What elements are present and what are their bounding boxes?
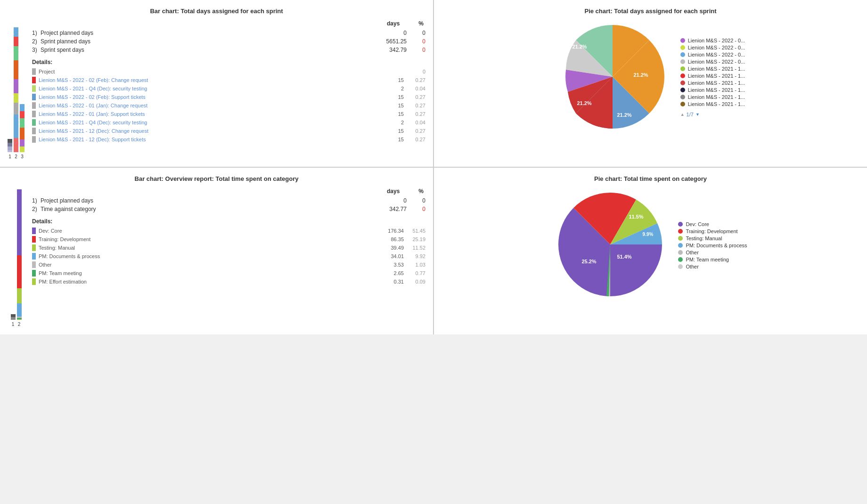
pie2-label-red: 25.2% [582, 259, 597, 264]
detail2-color-1 [32, 236, 36, 243]
legend2-label-6: Other [686, 264, 699, 269]
detail2-pct-1: 25.19 [407, 236, 425, 242]
bar2-col-1 [11, 188, 16, 320]
legend-dot-7 [680, 88, 685, 92]
metric2-days-2: 342.77 [378, 206, 407, 212]
pie-1-svg: 21.2% 21.2% 21.2% 21.2% [556, 20, 669, 133]
legend2-label-4: Other [686, 250, 699, 255]
detail2-name-6: PM: Effort estimation [39, 279, 377, 285]
legend2-label-3: PM: Documents & process [686, 243, 747, 248]
page-next-arrow[interactable]: ▼ [695, 112, 700, 117]
metric2-label-1: Project planned days [41, 197, 378, 204]
detail-row-5: Lienion M&S - 2022 - 01 (Jan): Support t… [32, 110, 425, 118]
detail2-days-6: 0.31 [380, 279, 404, 285]
legend-label-9: Lienion M&S - 2021 - 1... [688, 101, 745, 107]
pie-1-svg-wrapper: 21.2% 21.2% 21.2% 21.2% [556, 20, 669, 135]
detail-color-4 [32, 102, 36, 109]
detail2-row-3: PM: Documents & process 34.01 9.92 [32, 252, 425, 260]
bar-chart-2-panel: Bar chart: Overview report: Total time s… [0, 168, 433, 334]
detail2-color-4 [32, 261, 36, 268]
metric2-num-2: 2) [32, 206, 41, 212]
detail2-pct-5: 0.77 [407, 270, 425, 276]
legend2-label-0: Dev: Core [686, 221, 709, 227]
days-header-2: days [387, 188, 400, 195]
legend-label-3: Lienion M&S - 2022 - 0... [688, 59, 745, 65]
legend-label-0: Lienion M&S - 2022 - 0... [688, 38, 745, 43]
detail-days-4: 15 [380, 103, 404, 108]
bar-col-1 [8, 20, 12, 152]
legend2-dot-1 [678, 229, 683, 234]
detail-name-7[interactable]: Lienion M&S - 2021 - 12 (Dec): Change re… [39, 128, 377, 134]
detail2-row-1: Training: Development 86.35 25.19 [32, 235, 425, 244]
detail2-row-6: PM: Effort estimation 0.31 0.09 [32, 277, 425, 286]
detail-name-8[interactable]: Lienion M&S - 2021 - 12 (Dec): Support t… [39, 137, 377, 142]
detail-name-2[interactable]: Lienion M&S - 2021 - Q4 (Dec): security … [39, 86, 377, 91]
detail-color-1 [32, 77, 36, 83]
detail-pct-8: 0.27 [407, 137, 425, 142]
pie-2-svg: 51.4% 25.2% 11.5% 9.9% [554, 188, 667, 301]
bar-chart-1-area: 1 2 3 days % 1) Project planned days 0 0 [8, 20, 425, 159]
detail-name-3[interactable]: Lienion M&S - 2022 - 02 (Feb): Support t… [39, 94, 377, 100]
detail2-days-3: 34.01 [380, 253, 404, 259]
legend-label-5: Lienion M&S - 2021 - 1... [688, 73, 745, 79]
detail2-pct-3: 9.92 [407, 253, 425, 259]
metric2-label-2: Time against category [41, 206, 378, 212]
legend-label-8: Lienion M&S - 2021 - 1... [688, 94, 745, 100]
details-label-1: Details: [32, 59, 425, 65]
detail2-name-0: Dev: Core [39, 228, 377, 234]
legend-label-6: Lienion M&S - 2021 - 1... [688, 80, 745, 86]
detail-days-6: 2 [380, 120, 404, 125]
legend-dot-4 [680, 66, 685, 71]
detail2-name-3: PM: Documents & process [39, 253, 377, 259]
pie-1-legend-container: Lienion M&S - 2022 - 0... Lienion M&S - … [680, 38, 745, 117]
pie-chart-1-area: 21.2% 21.2% 21.2% 21.2% Lienion M&S - 20… [442, 20, 859, 135]
metric-num-2: 2) [32, 38, 41, 45]
legend2-item-2: Testing: Manual [678, 236, 747, 241]
pie-label-orange: 21.2% [633, 72, 648, 78]
detail-pct-0: 0 [407, 69, 425, 74]
bar-chart-1-panel: Bar chart: Total days assigned for each … [0, 0, 433, 167]
pie-chart-1-panel: Pie chart: Total days assigned for each … [434, 0, 867, 167]
detail-name-1[interactable]: Lienion M&S - 2022 - 02 (Feb): Change re… [39, 77, 377, 83]
pie2-label-devcore: 51.4% [617, 254, 632, 260]
legend-label-2: Lienion M&S - 2022 - 0... [688, 52, 745, 57]
metric-label-2: Sprint planned days [41, 38, 378, 45]
metric-num-3: 3) [32, 47, 41, 53]
detail-pct-1: 0.27 [407, 77, 425, 83]
detail2-color-0 [32, 228, 36, 234]
detail-pct-3: 0.27 [407, 94, 425, 100]
legend-item-9: Lienion M&S - 2021 - 1... [680, 101, 745, 107]
bar-columns [8, 20, 25, 152]
legend2-dot-0 [678, 222, 683, 227]
bar2-col-2 [17, 188, 22, 320]
data-header-1: days % [32, 20, 425, 27]
detail2-name-5: PM: Team meeting [39, 270, 377, 276]
page-prev-arrow[interactable]: ▲ [680, 112, 685, 117]
detail-color-0 [32, 68, 36, 75]
legend-item-6: Lienion M&S - 2021 - 1... [680, 80, 745, 86]
detail2-days-0: 176.34 [380, 228, 404, 234]
detail-name-6[interactable]: Lienion M&S - 2021 - Q4 (Dec): security … [39, 120, 377, 125]
detail2-pct-0: 51.45 [407, 228, 425, 234]
detail2-pct-4: 1.03 [407, 262, 425, 268]
detail-days-8: 15 [380, 137, 404, 142]
legend-dot-9 [680, 102, 685, 106]
bar-chart-2-data: days % 1) Project planned days 0 0 2) Ti… [32, 188, 425, 327]
detail-days-1: 15 [380, 77, 404, 83]
detail2-days-4: 3.53 [380, 262, 404, 268]
detail2-row-2: Testing: Manual 39.49 11.52 [32, 244, 425, 252]
legend2-dot-6 [678, 264, 683, 269]
detail-pct-5: 0.27 [407, 111, 425, 117]
detail-color-3 [32, 94, 36, 100]
detail-name-5[interactable]: Lienion M&S - 2022 - 01 (Jan): Support t… [39, 111, 377, 117]
detail-name-4[interactable]: Lienion M&S - 2022 - 01 (Jan): Change re… [39, 103, 377, 108]
legend2-dot-5 [678, 257, 683, 262]
legend-item-1: Lienion M&S - 2022 - 0... [680, 45, 745, 50]
legend-item-4: Lienion M&S - 2021 - 1... [680, 66, 745, 72]
pie-label-teal: 21.2% [572, 44, 587, 49]
pie-1-pagination: ▲ 1/7 ▼ [680, 112, 745, 117]
bar-chart-1-title: Bar chart: Total days assigned for each … [8, 8, 425, 15]
detail2-days-1: 86.35 [380, 236, 404, 242]
bar-chart-2-visual: 1 2 [8, 188, 25, 327]
legend-item-7: Lienion M&S - 2021 - 1... [680, 87, 745, 93]
